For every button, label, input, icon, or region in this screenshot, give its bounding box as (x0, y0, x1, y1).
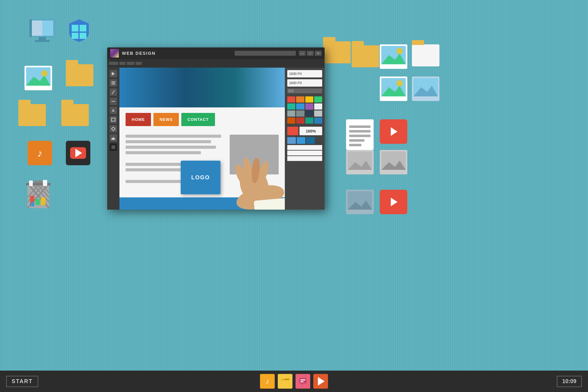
tools-panel: A (107, 68, 119, 210)
arrow-tool[interactable] (110, 70, 117, 77)
layer-tile-blue3[interactable] (306, 137, 315, 144)
folder-icon-right-3[interactable] (412, 44, 439, 66)
trash-bin-icon[interactable] (24, 177, 52, 211)
taskbar-play-icon[interactable] (313, 374, 328, 389)
color-teal[interactable] (287, 103, 295, 110)
svg-rect-29 (43, 180, 47, 186)
color-red[interactable] (287, 96, 295, 103)
active-color-swatch[interactable] (287, 127, 298, 135)
svg-rect-2 (31, 21, 42, 36)
svg-rect-23 (36, 199, 40, 205)
svg-rect-4 (35, 40, 50, 42)
taskbar-folder-icon[interactable] (278, 374, 292, 389)
ruler-tool[interactable] (110, 98, 117, 105)
layer-color-tiles (287, 137, 322, 144)
play-icon-right[interactable] (380, 119, 407, 144)
svg-rect-43 (349, 130, 371, 133)
color-white[interactable] (314, 103, 322, 110)
zoom-field[interactable]: 100% (300, 127, 322, 135)
music-app-icon[interactable]: ♪ (28, 141, 52, 165)
content-image-placeholder (230, 135, 279, 174)
shield-icon[interactable] (67, 17, 91, 46)
play-button-icon (70, 147, 86, 159)
layer-field-1[interactable] (287, 145, 322, 150)
toolbar-bar-4 (136, 62, 142, 65)
pencil-tool[interactable] (110, 88, 117, 96)
nav-news-button[interactable]: NEWS (153, 113, 179, 126)
color-silver[interactable] (314, 110, 322, 117)
rectangle-tool[interactable] (110, 116, 117, 123)
taskbar-clock: 10:09 (557, 376, 582, 387)
folder-icon-1[interactable] (66, 64, 93, 86)
taskbar: START ♪ 10:09 (0, 371, 588, 392)
nav-contact-button[interactable]: CONTACT (181, 113, 215, 126)
play-icon-bottom-right[interactable] (380, 190, 407, 214)
color-palette (287, 96, 322, 124)
video-app-icon[interactable] (66, 141, 90, 165)
svg-rect-80 (300, 381, 303, 382)
color-gray[interactable] (287, 110, 295, 117)
color-dark-teal[interactable] (305, 118, 313, 124)
image-icon-right-3 (412, 77, 439, 102)
window-body: A (107, 68, 325, 210)
window-searchbar[interactable] (235, 51, 296, 56)
nav-home-button[interactable]: HOME (126, 113, 151, 126)
color-green[interactable] (314, 96, 322, 103)
window-titlebar: WEB DESIGN — □ ✕ (107, 47, 325, 59)
lines-tool[interactable] (110, 79, 117, 87)
minimize-button[interactable]: — (299, 51, 306, 56)
layer-tile-blue1[interactable] (287, 137, 296, 144)
svg-point-33 (397, 48, 403, 54)
taskbar-chat-icon[interactable] (296, 374, 310, 389)
svg-rect-79 (300, 379, 305, 380)
logo-card[interactable]: LOGO (181, 161, 221, 194)
image-gray-2 (380, 150, 407, 176)
music-note-icon: ♪ (37, 147, 43, 159)
svg-rect-46 (349, 144, 361, 146)
taskbar-music-icon[interactable]: ♪ (260, 374, 275, 389)
canvas-area[interactable]: HOME NEWS CONTACT (119, 68, 285, 210)
folder-icon-top-right-2[interactable] (352, 45, 379, 67)
close-button[interactable]: ✕ (315, 51, 322, 56)
svg-rect-28 (29, 181, 33, 186)
color-dark-orange[interactable] (287, 118, 295, 124)
color-yellow[interactable] (305, 96, 313, 103)
layer-field-3[interactable] (287, 156, 322, 161)
text-tool[interactable]: A (110, 107, 117, 114)
eraser-tool[interactable] (110, 134, 117, 142)
color-dark-blue[interactable] (314, 118, 322, 124)
folder-icon-3[interactable] (61, 104, 89, 126)
svg-rect-9 (80, 33, 86, 39)
window-toolbar (107, 59, 325, 68)
right-properties-panel: 1600 PX 1600 PX (285, 68, 325, 210)
svg-rect-44 (349, 135, 371, 137)
folder-icon-top-right[interactable] (323, 41, 351, 63)
folder-icon-2[interactable] (18, 104, 46, 126)
svg-rect-58 (111, 83, 115, 83)
fill-tool[interactable] (110, 144, 117, 151)
color-blue[interactable] (296, 103, 304, 110)
color-dark-gray[interactable] (296, 110, 304, 117)
height-field[interactable]: 1600 PX (287, 79, 322, 87)
image-icon-right-2 (380, 77, 407, 102)
color-navy[interactable] (305, 110, 313, 117)
text-line-1 (126, 135, 221, 138)
monitor-icon[interactable] (27, 18, 58, 47)
layer-tile-blue2[interactable] (297, 137, 305, 144)
color-orange[interactable] (296, 96, 304, 103)
svg-rect-25 (31, 202, 34, 207)
layer-field-2[interactable] (287, 151, 322, 155)
color-dark-red[interactable] (296, 118, 304, 124)
diamond-tool[interactable] (110, 125, 117, 133)
grip-control[interactable] (287, 88, 322, 93)
svg-rect-57 (111, 81, 115, 82)
document-icon (346, 119, 374, 151)
image-icon-right-1 (380, 44, 407, 70)
color-purple[interactable] (305, 103, 313, 110)
maximize-button[interactable]: □ (307, 51, 314, 56)
svg-rect-76 (281, 380, 289, 384)
image-gray-1 (346, 150, 374, 176)
svg-line-60 (112, 90, 115, 94)
start-button[interactable]: START (6, 376, 38, 387)
width-field[interactable]: 1600 PX (287, 70, 322, 77)
